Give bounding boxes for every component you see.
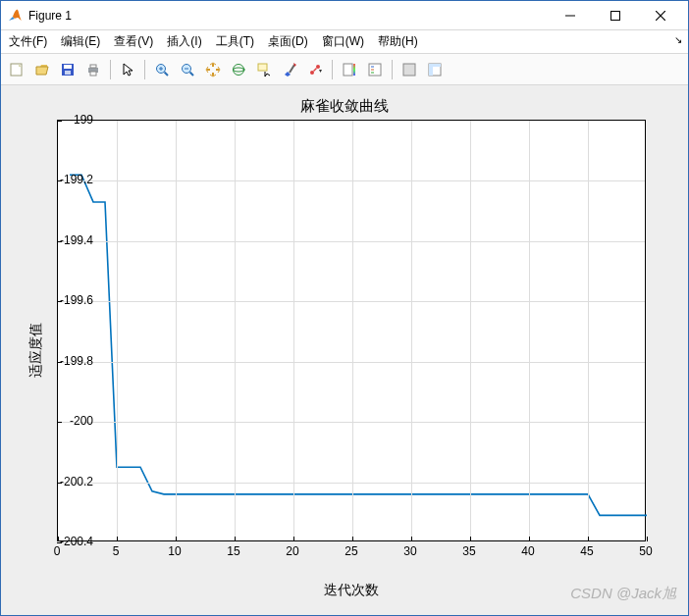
maximize-button[interactable] — [602, 6, 629, 26]
menu-edit[interactable]: 编辑(E) — [61, 33, 100, 50]
y-axis-label: 适应度值 — [27, 323, 45, 378]
print-icon[interactable] — [81, 58, 105, 81]
tick-mark — [647, 537, 648, 541]
toolbar — [1, 54, 688, 85]
tick-mark — [529, 537, 530, 541]
open-icon[interactable] — [30, 58, 54, 81]
zoom-out-icon[interactable] — [176, 58, 199, 81]
grid-line — [58, 422, 645, 423]
x-tick-label: 50 — [639, 544, 652, 558]
svg-line-18 — [190, 72, 194, 76]
svg-rect-23 — [258, 64, 267, 71]
window-controls — [556, 6, 682, 26]
tick-mark — [411, 537, 412, 541]
grid-line — [352, 121, 353, 540]
grid-line — [58, 483, 645, 484]
minimize-button[interactable] — [556, 6, 584, 26]
grid-line — [58, 362, 645, 363]
grid-line — [529, 121, 530, 540]
x-tick-label: 45 — [580, 544, 593, 558]
axes[interactable] — [57, 120, 646, 541]
tick-mark — [352, 537, 353, 541]
grid-line — [176, 121, 177, 540]
menubar-chevron-icon[interactable]: ↘ — [674, 34, 682, 45]
svg-rect-31 — [353, 64, 355, 76]
svg-line-14 — [165, 72, 169, 76]
svg-line-28 — [314, 68, 317, 71]
grid-line — [293, 121, 294, 540]
x-tick-label: 25 — [344, 544, 357, 558]
tick-mark — [470, 537, 471, 541]
rotate3d-icon[interactable] — [227, 58, 250, 81]
grid-line — [117, 121, 118, 540]
menu-bar: 文件(F) 编辑(E) 查看(V) 插入(I) 工具(T) 桌面(D) 窗口(W… — [1, 30, 688, 54]
menu-view[interactable]: 查看(V) — [114, 33, 153, 50]
svg-marker-29 — [319, 70, 322, 73]
y-tick-label: -200 — [50, 414, 93, 428]
window-title: Figure 1 — [28, 9, 72, 23]
x-axis-label: 迭代次数 — [57, 582, 646, 599]
svg-point-26 — [310, 71, 314, 75]
svg-rect-9 — [65, 71, 71, 75]
x-tick-label: 35 — [462, 544, 475, 558]
pointer-icon[interactable] — [116, 58, 139, 81]
x-tick-label: 5 — [113, 544, 120, 558]
grid-line — [58, 301, 645, 302]
svg-rect-36 — [403, 64, 415, 76]
x-tick-label: 20 — [286, 544, 298, 558]
legend-icon[interactable] — [363, 58, 387, 81]
svg-rect-2 — [611, 11, 620, 20]
svg-point-27 — [316, 65, 320, 69]
tick-mark — [293, 537, 294, 541]
close-button[interactable] — [647, 6, 674, 26]
pan-icon[interactable] — [201, 58, 225, 81]
y-tick-label: -199.2 — [50, 173, 93, 186]
colorbar-icon[interactable] — [338, 58, 361, 81]
tick-mark — [588, 537, 589, 541]
svg-rect-12 — [90, 72, 96, 76]
zoom-in-icon[interactable] — [150, 58, 174, 81]
svg-line-24 — [290, 65, 294, 73]
menu-file[interactable]: 文件(F) — [9, 33, 47, 50]
link-icon[interactable] — [303, 58, 327, 81]
menu-insert[interactable]: 插入(I) — [167, 33, 201, 50]
grid-line — [588, 121, 589, 540]
svg-point-21 — [234, 68, 244, 72]
svg-rect-8 — [64, 65, 72, 69]
y-tick-label: -200.4 — [50, 535, 93, 548]
grid-line — [470, 121, 471, 540]
menu-window[interactable]: 窗口(W) — [322, 33, 364, 50]
svg-rect-39 — [429, 64, 441, 67]
new-figure-icon[interactable] — [5, 58, 28, 81]
tick-mark — [176, 537, 177, 541]
figure-area: 麻雀收敛曲线 适应度值 迭代次数 CSDN @Jack旭 05101520253… — [1, 85, 688, 615]
menu-tools[interactable]: 工具(T) — [216, 33, 254, 50]
hide-tools-icon[interactable] — [398, 58, 421, 81]
svg-marker-22 — [243, 68, 245, 72]
y-tick-label: -199.8 — [50, 354, 93, 368]
x-tick-label: 15 — [227, 544, 239, 558]
svg-rect-30 — [344, 64, 352, 76]
title-bar: Figure 1 — [1, 1, 688, 30]
grid-line — [58, 241, 645, 242]
show-tools-icon[interactable] — [423, 58, 447, 81]
svg-rect-32 — [369, 64, 381, 76]
datacursor-icon[interactable] — [252, 58, 276, 81]
svg-point-20 — [234, 64, 244, 75]
chart-title: 麻雀收敛曲线 — [1, 97, 688, 116]
tick-mark — [235, 537, 236, 541]
y-tick-label: -199.6 — [50, 293, 93, 307]
grid-line — [411, 121, 412, 540]
menu-desktop[interactable]: 桌面(D) — [268, 33, 308, 50]
save-icon[interactable] — [56, 58, 80, 81]
grid-line — [235, 121, 236, 540]
x-tick-label: 40 — [521, 544, 534, 558]
brush-icon[interactable] — [278, 58, 301, 81]
x-tick-label: 10 — [168, 544, 181, 558]
tick-mark — [117, 537, 118, 541]
y-tick-label: -200.2 — [50, 475, 93, 488]
x-tick-label: 30 — [403, 544, 416, 558]
grid-line — [58, 180, 645, 181]
menu-help[interactable]: 帮助(H) — [378, 33, 418, 50]
y-tick-label: -199.4 — [50, 233, 93, 247]
